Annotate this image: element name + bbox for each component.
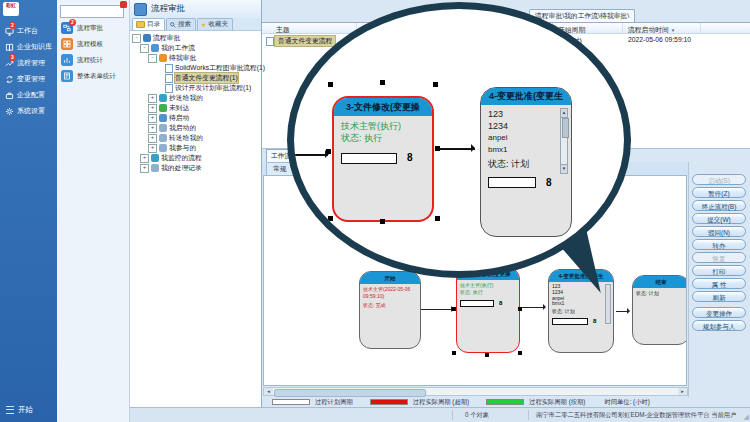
expand-icon[interactable]: + (148, 94, 157, 103)
selection-handle[interactable] (452, 307, 456, 311)
expand-icon[interactable]: + (148, 104, 157, 113)
collapse-icon[interactable]: - (132, 34, 141, 43)
resume-button[interactable]: 恢复 (692, 252, 746, 263)
nav-item-workbench[interactable]: 工作台 2 (0, 24, 57, 38)
tree-node[interactable]: SolidWorks工程图审批流程(1) (130, 63, 261, 73)
terminate-button[interactable]: 终止流程(B) (692, 200, 746, 211)
selection-handle[interactable] (328, 82, 333, 87)
col-start-time[interactable]: 流程启动时间▼ (628, 25, 675, 35)
reject-button[interactable]: 驳回(N) (692, 226, 746, 237)
expand-icon[interactable]: + (148, 114, 157, 123)
tree-node-selected[interactable]: 普通文件变更流程(1) (130, 73, 261, 83)
expand-icon[interactable]: + (148, 144, 157, 153)
refresh-button[interactable]: 刷新 (692, 291, 746, 302)
scroll-left-icon[interactable]: ◄ (264, 388, 273, 395)
tree-node[interactable]: +抄送给我的 (130, 93, 261, 103)
tree-node[interactable]: +我启动的 (130, 123, 261, 133)
expand-icon[interactable]: + (148, 124, 157, 133)
tree-node[interactable]: -我的工作流 (130, 43, 261, 53)
process-approval-icon: 2 (61, 22, 73, 34)
search-input[interactable] (60, 5, 124, 18)
flow-node-file-modify[interactable]: 3-文件修改(变更操 技术主管(执行) 状态: 执行 8 (456, 267, 520, 353)
collapse-icon[interactable]: - (148, 54, 157, 63)
tree-node[interactable]: 设计开发计划审批流程(1) (130, 83, 261, 93)
nav-item-change-mgmt[interactable]: 变更管理 (0, 72, 57, 86)
tab-search[interactable]: 搜索 (166, 18, 196, 30)
tab-catalog[interactable]: 目录 (132, 18, 165, 30)
module-item-process-template[interactable]: 流程模板 (61, 37, 129, 51)
tree-node[interactable]: +我的处理记录 (130, 163, 261, 173)
tree-node[interactable]: -待我审批 (130, 53, 261, 63)
tree-node[interactable]: +转送给我的 (130, 133, 261, 143)
expand-icon[interactable]: + (140, 164, 149, 173)
node-scrollbar[interactable]: ▲ ▼ (560, 108, 568, 174)
pause-button[interactable]: 暂停(Z) (692, 187, 746, 198)
legend-swatch-ontime (486, 399, 524, 405)
horizontal-scrollbar[interactable]: ◄ ► (263, 387, 688, 396)
forward-button[interactable]: 转办 (692, 239, 746, 250)
nav-item-system-settings[interactable]: 系统设置 (0, 104, 57, 118)
module-item-process-approval[interactable]: 2 流程审批 (61, 21, 129, 35)
scroll-right-icon[interactable]: ► (678, 388, 687, 395)
nav-item-enterprise-config[interactable]: 企业配置 (0, 88, 57, 102)
start-process-button[interactable]: 启动(S) (692, 174, 746, 185)
flow-node-change-approve[interactable]: 4-变更批准(变更生 123 1234 anpei bmx1 状态: 计划 8 (548, 269, 614, 353)
participant: bmx1 (488, 144, 564, 156)
selection-handle[interactable] (433, 82, 438, 87)
node-status: 状态: 计划 (552, 309, 610, 315)
tab-favorites[interactable]: ★ 收藏夹 (197, 18, 233, 30)
flow-node-change-approve-zoom[interactable]: 4-变更批准(变更生 123 1234 anpei bmx1 状态: 计划 8 … (480, 87, 572, 237)
node-icon (159, 94, 167, 102)
module-item-form-stats[interactable]: 整体表单统计 (61, 69, 129, 83)
selection-handle[interactable] (518, 307, 522, 311)
expand-icon[interactable]: + (140, 154, 149, 163)
row-subject[interactable]: 普通文件变更流程 (275, 36, 335, 46)
submit-button[interactable]: 提交(W) (692, 213, 746, 224)
scroll-thumb[interactable] (274, 389, 426, 397)
selection-handle[interactable] (435, 216, 440, 221)
selection-handle[interactable] (435, 146, 440, 151)
tree-node[interactable]: +未到达 (130, 103, 261, 113)
properties-button[interactable]: 属 性 (692, 278, 746, 289)
participant: 1234 (488, 121, 564, 133)
selection-handle[interactable] (380, 219, 385, 224)
selection-handle[interactable] (518, 351, 522, 355)
tree-node[interactable]: +待启动 (130, 113, 261, 123)
selection-handle[interactable] (485, 353, 489, 357)
flow-node-end[interactable]: 结束 状态: 计划 (632, 275, 687, 345)
nav-label: 流程管理 (17, 58, 45, 68)
print-button[interactable]: 打印 (692, 265, 746, 276)
selection-handle[interactable] (326, 149, 331, 154)
selection-handle[interactable] (452, 351, 456, 355)
node-assignee: 09:59:10) (363, 293, 417, 300)
node-assignee: 技术主管(2022-05-06 (363, 286, 417, 293)
node-scrollbar[interactable] (605, 284, 611, 324)
node-status: 状态: 计划 (636, 290, 686, 297)
plan-participants-button[interactable]: 规划参与人 (692, 320, 746, 331)
tree-node[interactable]: +我监控的流程 (130, 153, 261, 163)
nav-item-process-mgmt[interactable]: 流程管理 3 (0, 56, 57, 70)
tree-node[interactable]: +我参与的 (130, 143, 261, 153)
start-button[interactable]: 开始 (0, 402, 57, 418)
module-item-process-stats[interactable]: 流程统计 (61, 53, 129, 67)
selection-handle[interactable] (380, 80, 385, 85)
flow-node-start[interactable]: 开始 技术主管(2022-05-06 09:59:10) 状态: 完成 (359, 271, 421, 349)
change-ops-button[interactable]: 变更操作 (692, 307, 746, 318)
gear-icon (5, 107, 14, 116)
legend-label: 过程实际周期 (超期) (413, 398, 469, 407)
connector (435, 148, 475, 150)
expand-icon[interactable]: + (148, 134, 157, 143)
scroll-up-icon[interactable]: ▲ (561, 109, 567, 118)
collapse-icon[interactable]: - (140, 44, 149, 53)
action-panel: 启动(S) 暂停(Z) 终止流程(B) 提交(W) 驳回(N) 转办 恢复 打印… (688, 162, 750, 397)
nav-item-knowledge[interactable]: 企业知识库 (0, 40, 57, 54)
flow-node-file-modify-zoom[interactable]: 3-文件修改(变更操 技术主管(执行) 状态: 执行 8 (332, 96, 434, 222)
search-icon (170, 22, 176, 28)
resize-grip-icon[interactable]: ◢ (744, 413, 749, 421)
selection-handle[interactable] (328, 216, 333, 221)
participant: bmx1 (552, 301, 610, 307)
scroll-down-icon[interactable]: ▼ (561, 164, 567, 173)
scroll-thumb[interactable] (562, 118, 569, 138)
tree-node[interactable]: -流程审批 (130, 33, 261, 43)
col-subject[interactable]: 主题 (276, 25, 290, 35)
